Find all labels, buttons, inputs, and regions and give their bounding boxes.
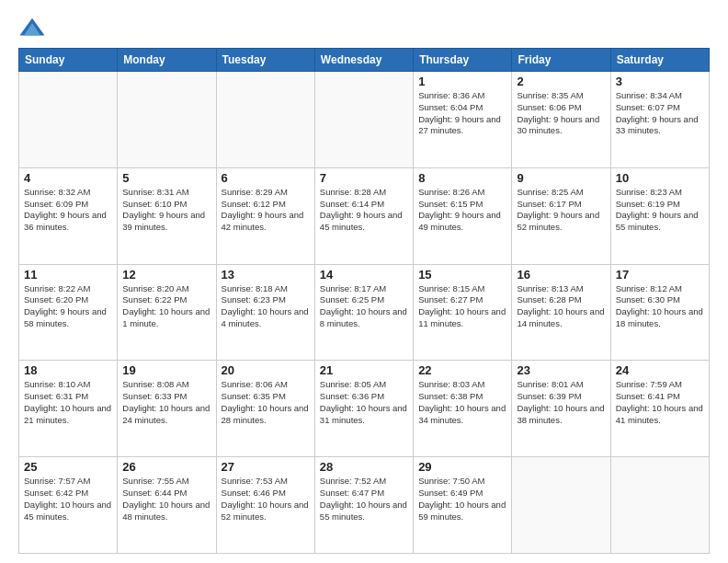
day-info: Sunrise: 8:05 AM Sunset: 6:36 PM Dayligh… (320, 379, 408, 426)
page: SundayMondayTuesdayWednesdayThursdayFrid… (0, 0, 728, 563)
day-info: Sunrise: 8:34 AM Sunset: 6:07 PM Dayligh… (616, 90, 704, 137)
calendar-cell: 2Sunrise: 8:35 AM Sunset: 6:06 PM Daylig… (512, 72, 610, 168)
day-info: Sunrise: 8:08 AM Sunset: 6:33 PM Dayligh… (122, 379, 210, 426)
day-number: 5 (122, 171, 210, 185)
col-header-thursday: Thursday (414, 49, 512, 72)
day-number: 4 (24, 171, 112, 185)
calendar-cell: 12Sunrise: 8:20 AM Sunset: 6:22 PM Dayli… (118, 264, 216, 361)
day-info: Sunrise: 8:03 AM Sunset: 6:38 PM Dayligh… (418, 379, 506, 426)
calendar-cell: 20Sunrise: 8:06 AM Sunset: 6:35 PM Dayli… (216, 361, 314, 457)
day-number: 9 (517, 171, 605, 185)
calendar-cell: 3Sunrise: 8:34 AM Sunset: 6:07 PM Daylig… (610, 72, 709, 168)
col-header-tuesday: Tuesday (216, 49, 314, 72)
day-number: 11 (24, 268, 112, 282)
day-number: 8 (418, 171, 506, 185)
calendar-cell: 24Sunrise: 7:59 AM Sunset: 6:41 PM Dayli… (610, 361, 709, 457)
logo (18, 15, 50, 42)
day-number: 15 (418, 268, 506, 282)
day-number: 20 (222, 363, 310, 377)
col-header-sunday: Sunday (19, 49, 118, 72)
week-row-3: 11Sunrise: 8:22 AM Sunset: 6:20 PM Dayli… (19, 264, 710, 361)
logo-icon (18, 15, 46, 42)
day-number: 23 (517, 363, 605, 377)
day-info: Sunrise: 8:22 AM Sunset: 6:20 PM Dayligh… (24, 283, 112, 330)
calendar-cell: 15Sunrise: 8:15 AM Sunset: 6:27 PM Dayli… (414, 264, 512, 361)
day-number: 6 (222, 171, 310, 185)
col-header-monday: Monday (118, 49, 216, 72)
calendar-cell: 29Sunrise: 7:50 AM Sunset: 6:49 PM Dayli… (414, 457, 512, 554)
calendar-cell: 8Sunrise: 8:26 AM Sunset: 6:15 PM Daylig… (414, 167, 512, 264)
day-number: 24 (616, 363, 704, 377)
day-info: Sunrise: 8:23 AM Sunset: 6:19 PM Dayligh… (616, 187, 704, 234)
calendar-cell: 11Sunrise: 8:22 AM Sunset: 6:20 PM Dayli… (19, 264, 118, 361)
calendar-body: 1Sunrise: 8:36 AM Sunset: 6:04 PM Daylig… (19, 72, 710, 554)
day-number: 1 (418, 75, 506, 88)
day-info: Sunrise: 7:57 AM Sunset: 6:42 PM Dayligh… (24, 476, 112, 523)
day-info: Sunrise: 8:32 AM Sunset: 6:09 PM Dayligh… (24, 187, 112, 234)
calendar-cell: 5Sunrise: 8:31 AM Sunset: 6:10 PM Daylig… (118, 167, 216, 264)
day-number: 12 (122, 268, 210, 282)
day-info: Sunrise: 8:17 AM Sunset: 6:25 PM Dayligh… (320, 283, 408, 330)
calendar-cell: 23Sunrise: 8:01 AM Sunset: 6:39 PM Dayli… (512, 361, 610, 457)
day-info: Sunrise: 7:55 AM Sunset: 6:44 PM Dayligh… (122, 476, 210, 523)
calendar-cell: 16Sunrise: 8:13 AM Sunset: 6:28 PM Dayli… (512, 264, 610, 361)
day-number: 21 (320, 363, 408, 377)
day-number: 28 (320, 460, 408, 474)
col-header-saturday: Saturday (610, 49, 709, 72)
week-row-5: 25Sunrise: 7:57 AM Sunset: 6:42 PM Dayli… (19, 457, 710, 554)
calendar-cell (118, 72, 216, 168)
day-info: Sunrise: 7:53 AM Sunset: 6:46 PM Dayligh… (222, 476, 310, 523)
calendar-cell (610, 457, 709, 554)
day-number: 7 (320, 171, 408, 185)
day-info: Sunrise: 8:01 AM Sunset: 6:39 PM Dayligh… (517, 379, 605, 426)
day-info: Sunrise: 8:25 AM Sunset: 6:17 PM Dayligh… (517, 187, 605, 234)
calendar-cell: 25Sunrise: 7:57 AM Sunset: 6:42 PM Dayli… (19, 457, 118, 554)
day-number: 2 (517, 75, 605, 88)
day-number: 19 (122, 363, 210, 377)
day-number: 14 (320, 268, 408, 282)
day-number: 18 (24, 363, 112, 377)
calendar-cell: 26Sunrise: 7:55 AM Sunset: 6:44 PM Dayli… (118, 457, 216, 554)
calendar-cell: 21Sunrise: 8:05 AM Sunset: 6:36 PM Dayli… (314, 361, 413, 457)
calendar-cell: 17Sunrise: 8:12 AM Sunset: 6:30 PM Dayli… (610, 264, 709, 361)
calendar-cell: 7Sunrise: 8:28 AM Sunset: 6:14 PM Daylig… (314, 167, 413, 264)
header (18, 15, 710, 42)
day-info: Sunrise: 8:28 AM Sunset: 6:14 PM Dayligh… (320, 187, 408, 234)
day-number: 26 (122, 460, 210, 474)
col-header-friday: Friday (512, 49, 610, 72)
day-number: 22 (418, 363, 506, 377)
calendar-cell: 22Sunrise: 8:03 AM Sunset: 6:38 PM Dayli… (414, 361, 512, 457)
calendar-cell (216, 72, 314, 168)
day-info: Sunrise: 8:18 AM Sunset: 6:23 PM Dayligh… (222, 283, 310, 330)
calendar-cell: 28Sunrise: 7:52 AM Sunset: 6:47 PM Dayli… (314, 457, 413, 554)
day-info: Sunrise: 8:10 AM Sunset: 6:31 PM Dayligh… (24, 379, 112, 426)
day-info: Sunrise: 8:35 AM Sunset: 6:06 PM Dayligh… (517, 90, 605, 137)
calendar-cell: 10Sunrise: 8:23 AM Sunset: 6:19 PM Dayli… (610, 167, 709, 264)
day-info: Sunrise: 8:06 AM Sunset: 6:35 PM Dayligh… (222, 379, 310, 426)
calendar-cell: 4Sunrise: 8:32 AM Sunset: 6:09 PM Daylig… (19, 167, 118, 264)
day-info: Sunrise: 8:20 AM Sunset: 6:22 PM Dayligh… (122, 283, 210, 330)
calendar-cell (314, 72, 413, 168)
calendar-cell: 9Sunrise: 8:25 AM Sunset: 6:17 PM Daylig… (512, 167, 610, 264)
day-number: 13 (222, 268, 310, 282)
calendar-cell: 14Sunrise: 8:17 AM Sunset: 6:25 PM Dayli… (314, 264, 413, 361)
week-row-1: 1Sunrise: 8:36 AM Sunset: 6:04 PM Daylig… (19, 72, 710, 168)
day-info: Sunrise: 8:29 AM Sunset: 6:12 PM Dayligh… (222, 187, 310, 234)
calendar-cell: 19Sunrise: 8:08 AM Sunset: 6:33 PM Dayli… (118, 361, 216, 457)
calendar-cell: 6Sunrise: 8:29 AM Sunset: 6:12 PM Daylig… (216, 167, 314, 264)
day-number: 3 (616, 75, 704, 88)
day-info: Sunrise: 8:13 AM Sunset: 6:28 PM Dayligh… (517, 283, 605, 330)
col-header-wednesday: Wednesday (314, 49, 413, 72)
day-number: 16 (517, 268, 605, 282)
day-info: Sunrise: 8:15 AM Sunset: 6:27 PM Dayligh… (418, 283, 506, 330)
day-number: 27 (222, 460, 310, 474)
week-row-2: 4Sunrise: 8:32 AM Sunset: 6:09 PM Daylig… (19, 167, 710, 264)
day-info: Sunrise: 7:50 AM Sunset: 6:49 PM Dayligh… (418, 476, 506, 523)
day-info: Sunrise: 8:12 AM Sunset: 6:30 PM Dayligh… (616, 283, 704, 330)
day-info: Sunrise: 7:52 AM Sunset: 6:47 PM Dayligh… (320, 476, 408, 523)
day-number: 17 (616, 268, 704, 282)
calendar-cell: 18Sunrise: 8:10 AM Sunset: 6:31 PM Dayli… (19, 361, 118, 457)
day-info: Sunrise: 8:26 AM Sunset: 6:15 PM Dayligh… (418, 187, 506, 234)
calendar-cell: 1Sunrise: 8:36 AM Sunset: 6:04 PM Daylig… (414, 72, 512, 168)
day-info: Sunrise: 8:31 AM Sunset: 6:10 PM Dayligh… (122, 187, 210, 234)
